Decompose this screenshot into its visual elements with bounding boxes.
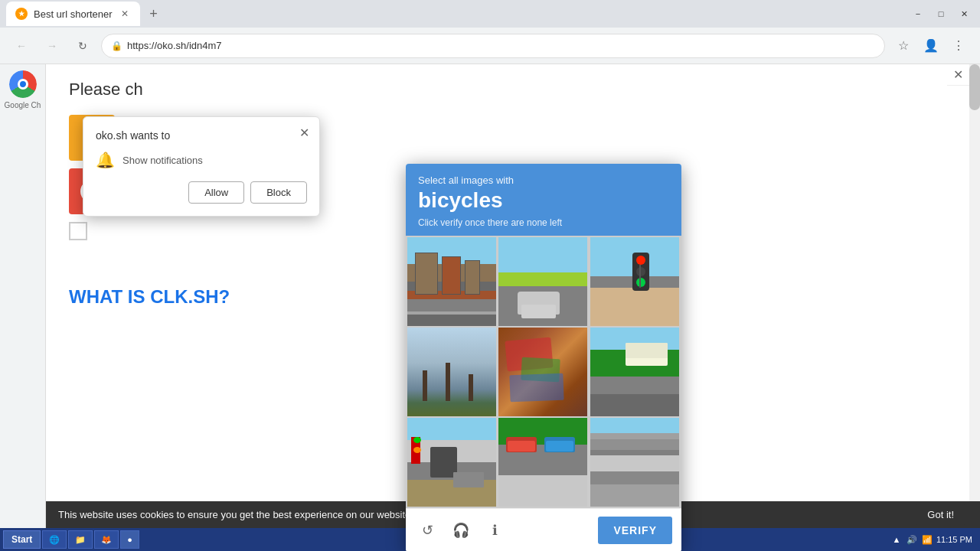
captcha-image-2 bbox=[498, 237, 587, 326]
allow-button[interactable]: Allow bbox=[188, 181, 244, 204]
captcha-select-text: Select all images with bbox=[418, 174, 669, 186]
url-checkbox[interactable] bbox=[69, 222, 87, 240]
traffic-light bbox=[632, 253, 649, 291]
address-bar-input[interactable]: 🔒 https://oko.sh/idn4m7 bbox=[101, 34, 885, 58]
toolbar-icons: ☆ 👤 ⋮ bbox=[891, 34, 971, 58]
captcha-image-4 bbox=[407, 328, 496, 416]
tl-red bbox=[636, 256, 645, 265]
address-bar: ← → ↻ 🔒 https://oko.sh/idn4m7 ☆ 👤 ⋮ bbox=[0, 28, 980, 64]
captcha-subject-text: bicycles bbox=[418, 189, 669, 213]
taskbar-item-firefox[interactable]: 🦊 bbox=[94, 530, 119, 549]
scroll-thumb bbox=[969, 64, 980, 110]
captcha-footer: ↺ 🎧 ℹ VERIFY bbox=[406, 508, 681, 551]
tab-close-button[interactable]: ✕ bbox=[119, 8, 131, 20]
captcha-image-1 bbox=[407, 237, 496, 326]
firefox-icon: 🦊 bbox=[101, 535, 112, 545]
scroll-indicator[interactable] bbox=[969, 64, 980, 528]
notification-popup: ✕ oko.sh wants to 🔔 Show notifications A… bbox=[83, 116, 320, 217]
lock-icon: 🔒 bbox=[111, 41, 122, 51]
popup-close-button[interactable]: ✕ bbox=[296, 125, 312, 140]
chrome-logo[interactable] bbox=[9, 70, 37, 98]
captcha-cell-8[interactable] bbox=[498, 418, 587, 507]
chrome-logo-inner bbox=[18, 79, 28, 90]
tab-favicon: ★ bbox=[15, 8, 28, 20]
captcha-cell-9[interactable] bbox=[590, 418, 679, 507]
start-button[interactable]: Start bbox=[3, 530, 41, 549]
captcha-info-button[interactable]: ℹ bbox=[482, 518, 507, 543]
maximize-button[interactable]: □ bbox=[931, 5, 951, 22]
minimize-button[interactable]: − bbox=[908, 5, 928, 22]
tab-title: Best url shortener bbox=[34, 8, 113, 20]
system-clock: 11:15 PM bbox=[936, 535, 972, 544]
captcha-cell-1[interactable] bbox=[407, 237, 496, 326]
captcha-image-7 bbox=[407, 418, 496, 507]
info-close-button[interactable]: ✕ bbox=[953, 67, 963, 82]
got-it-button[interactable]: Got it! bbox=[916, 504, 965, 525]
popup-row: 🔔 Show notifications bbox=[96, 151, 307, 169]
captcha-image-5 bbox=[498, 328, 587, 416]
tray-icon-2: 🔊 bbox=[906, 533, 918, 546]
popup-permission-text: Show notifications bbox=[122, 155, 203, 166]
captcha-cell-6[interactable] bbox=[590, 328, 679, 416]
captcha-cell-4[interactable] bbox=[407, 328, 496, 416]
page-content: Google Ch ✕ Please ch WHAT IS CLK.SH? bbox=[0, 64, 980, 551]
captcha-image-9 bbox=[590, 418, 679, 507]
popup-buttons: Allow Block bbox=[96, 181, 307, 204]
menu-icon[interactable]: ⋮ bbox=[946, 34, 971, 58]
taskbar-item-ie[interactable]: 🌐 bbox=[42, 530, 67, 549]
system-tray: ▲ 🔊 📶 11:15 PM bbox=[886, 533, 977, 546]
taskbar-item-explorer[interactable]: 📁 bbox=[68, 530, 93, 549]
captcha-image-3 bbox=[590, 237, 679, 326]
new-tab-button[interactable]: + bbox=[143, 3, 165, 24]
captcha-modal: Select all images with bicycles Click ve… bbox=[406, 164, 681, 551]
tray-icon-1: ▲ bbox=[890, 533, 903, 546]
captcha-image-6 bbox=[590, 328, 679, 416]
forward-button[interactable]: → bbox=[40, 34, 64, 58]
ie-icon: 🌐 bbox=[49, 535, 60, 545]
cookie-text: This website uses cookies to ensure you … bbox=[58, 509, 427, 520]
captcha-refresh-button[interactable]: ↺ bbox=[415, 518, 439, 543]
chrome-logo-circle bbox=[9, 70, 37, 98]
tl-yellow bbox=[636, 267, 645, 276]
bookmark-icon[interactable]: ☆ bbox=[891, 34, 916, 58]
captcha-audio-button[interactable]: 🎧 bbox=[449, 518, 473, 543]
captcha-verify-button[interactable]: VERIFY bbox=[598, 517, 672, 544]
popup-title: oko.sh wants to bbox=[96, 129, 307, 142]
browser-frame: ★ Best url shortener ✕ + − □ ✕ ← → ↻ 🔒 h… bbox=[0, 0, 980, 551]
captcha-image-grid bbox=[406, 236, 681, 508]
tl-green bbox=[636, 278, 645, 287]
captcha-cell-2[interactable] bbox=[498, 237, 587, 326]
info-bar: ✕ bbox=[947, 64, 969, 86]
window-close-button[interactable]: ✕ bbox=[954, 5, 974, 22]
chrome-sidebar: Google Ch bbox=[0, 64, 46, 551]
captcha-cell-5[interactable] bbox=[498, 328, 587, 416]
profile-icon[interactable]: 👤 bbox=[919, 34, 943, 58]
block-button[interactable]: Block bbox=[250, 181, 307, 204]
start-label: Start bbox=[11, 534, 32, 545]
window-controls: − □ ✕ bbox=[908, 5, 974, 22]
taskbar-item-chrome[interactable]: ● bbox=[120, 530, 139, 549]
active-tab[interactable]: ★ Best url shortener ✕ bbox=[6, 2, 140, 26]
please-text: Please ch bbox=[69, 80, 957, 99]
captcha-header: Select all images with bicycles Click ve… bbox=[406, 164, 681, 236]
title-bar: ★ Best url shortener ✕ + − □ ✕ bbox=[0, 0, 980, 28]
back-button[interactable]: ← bbox=[9, 34, 34, 58]
bell-icon: 🔔 bbox=[96, 151, 115, 169]
chrome-icon: ● bbox=[127, 535, 132, 544]
captcha-instruction-text: Click verify once there are none left bbox=[418, 217, 669, 228]
tray-icon-network: 📶 bbox=[921, 533, 933, 546]
refresh-button[interactable]: ↻ bbox=[70, 34, 95, 58]
captcha-cell-3[interactable] bbox=[590, 237, 679, 326]
sidebar-google-label: Google Ch bbox=[4, 101, 42, 109]
captcha-image-8 bbox=[498, 418, 587, 507]
explorer-icon: 📁 bbox=[75, 535, 86, 545]
captcha-cell-7[interactable] bbox=[407, 418, 496, 507]
url-text: https://oko.sh/idn4m7 bbox=[127, 40, 875, 51]
